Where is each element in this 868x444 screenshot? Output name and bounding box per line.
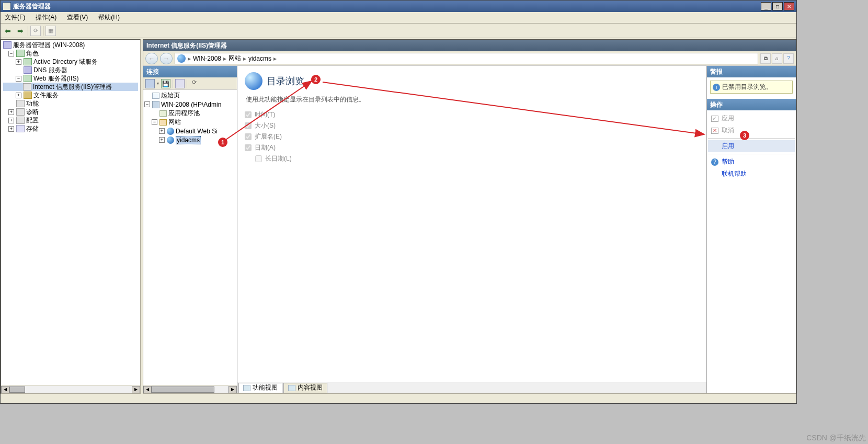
toolbar-refresh-button[interactable]: ⟳ [30, 26, 41, 36]
tree-storage[interactable]: +存储 [3, 124, 138, 133]
iis-title: Internet 信息服务(IIS)管理器 [143, 40, 796, 51]
checkbox-time[interactable] [245, 111, 252, 118]
footer-tabs: 功能视图 内容视图 [237, 382, 706, 393]
tree-diag[interactable]: +诊断 [3, 108, 138, 116]
maximize-button[interactable]: □ [772, 2, 783, 10]
iis-nav-forward[interactable]: → [160, 53, 173, 64]
menu-view[interactable]: 查看(V) [65, 12, 90, 23]
conn-app-pool[interactable]: 应用程序池 [144, 109, 236, 118]
minimize-button[interactable]: _ [761, 2, 771, 10]
action-online-help[interactable]: 联机帮助 [708, 168, 795, 180]
iis-nav-home[interactable]: ⌂ [772, 53, 782, 64]
checkbox-date[interactable] [245, 144, 252, 151]
nav-back-button[interactable]: ⬅ [3, 26, 13, 36]
option-time[interactable]: 时间(T) [245, 110, 699, 119]
annotation-badge-3: 3 [740, 131, 749, 140]
actions-header: 操作 [707, 99, 796, 110]
tree-config[interactable]: +配置 [3, 116, 138, 124]
cancel-icon: ✕ [711, 128, 718, 134]
tree-features[interactable]: 功能 [3, 99, 138, 108]
main-row: 服务器管理器 (WIN-2008) −角色 +Active Directory … [1, 39, 796, 394]
apppool-icon [159, 110, 167, 117]
tree-web-iis[interactable]: −Web 服务器(IIS) [3, 74, 138, 83]
globe-icon [177, 54, 186, 63]
tab-content-view[interactable]: 内容视图 [283, 383, 327, 393]
option-date[interactable]: 日期(A) [245, 143, 699, 152]
iis-nav-toggle[interactable]: ⧉ [760, 53, 771, 64]
server-icon [152, 101, 159, 108]
option-longdate[interactable]: 长日期(L) [255, 154, 699, 163]
option-size[interactable]: 大小(S) [245, 121, 699, 130]
conn-sites[interactable]: −网站 [144, 118, 236, 127]
iis-body: 连接 ▾ 💾 ⟳ 起始页 −WIN-2008 (HP\Admin 应用程序池 [143, 66, 796, 393]
toolbar-separator [43, 26, 43, 36]
scroll-right-button[interactable]: ▶ [229, 386, 237, 393]
feature-title: 目录浏览 [267, 75, 304, 87]
iis-panel: Internet 信息服务(IIS)管理器 ← → ▸ WIN-2008 ▸ 网… [143, 39, 796, 394]
scroll-left-button[interactable]: ◀ [1, 386, 9, 393]
annotation-badge-2: 2 [311, 75, 321, 84]
tree-iis-manager[interactable]: Internet 信息服务(IIS)管理器 [3, 83, 138, 91]
annotation-badge-1: 1 [218, 138, 227, 147]
crumb-sites[interactable]: 网站 [229, 54, 241, 63]
conn-connect-icon[interactable] [145, 79, 155, 88]
menu-help[interactable]: 帮助(H) [96, 12, 122, 23]
globe-icon [167, 128, 174, 135]
toolbar-properties-button[interactable]: ▦ [45, 26, 56, 36]
menu-action[interactable]: 操作(A) [33, 12, 59, 23]
actions-pane: 警报 i 已禁用目录浏览。 操作 应用 ✕取消 启用 [707, 66, 796, 393]
checkbox-ext[interactable] [245, 133, 252, 140]
action-help[interactable]: ?帮助 [708, 156, 795, 168]
scroll-right-button[interactable]: ▶ [132, 386, 140, 393]
tab-icon [288, 385, 295, 391]
tab-features-view[interactable]: 功能视图 [238, 383, 282, 393]
crumb-server[interactable]: WIN-2008 [193, 55, 221, 62]
conn-default-site[interactable]: +Default Web Si [144, 127, 236, 135]
feature-icon [245, 72, 262, 90]
conn-grid-icon[interactable] [175, 79, 185, 88]
conn-stop-icon[interactable]: ⟳ [189, 79, 199, 88]
checkbox-size[interactable] [245, 122, 252, 129]
home-icon [152, 93, 159, 99]
action-enable[interactable]: 启用 [708, 140, 795, 152]
scroll-left-button[interactable]: ◀ [143, 386, 152, 393]
feature-pane: 目录浏览 使用此功能指定显示在目录列表中的信息。 时间(T) 大小(S) 扩展名… [237, 66, 707, 393]
iis-nav: ← → ▸ WIN-2008 ▸ 网站 ▸ yidacms ▸ ⧉ ⌂ ? [143, 51, 796, 66]
close-button[interactable]: ✕ [784, 2, 794, 10]
conn-start-page[interactable]: 起始页 [144, 91, 236, 100]
conn-hscroll[interactable]: ◀ ▶ [143, 385, 237, 393]
globe-icon [167, 136, 174, 144]
menu-file[interactable]: 文件(F) [3, 12, 27, 23]
connections-header: 连接 [143, 66, 237, 77]
left-tree[interactable]: 服务器管理器 (WIN-2008) −角色 +Active Directory … [1, 40, 140, 385]
iis-nav-back[interactable]: ← [145, 53, 158, 64]
crumb-site[interactable]: yidacms [248, 55, 271, 62]
feature-body: 目录浏览 使用此功能指定显示在目录列表中的信息。 时间(T) 大小(S) 扩展名… [237, 66, 706, 382]
server-manager-window: 服务器管理器 _ □ ✕ 文件(F) 操作(A) 查看(V) 帮助(H) ⬅ ➡… [0, 0, 797, 404]
toolbar: ⬅ ➡ ⟳ ▦ [1, 24, 796, 38]
apply-icon [711, 116, 718, 122]
iis-breadcrumb[interactable]: ▸ WIN-2008 ▸ 网站 ▸ yidacms ▸ [175, 53, 758, 64]
checkbox-longdate[interactable] [255, 155, 262, 162]
toolbar-separator [28, 26, 28, 36]
watermark: CSDN @千纸洸先 [806, 434, 866, 443]
conn-server-node[interactable]: −WIN-2008 (HP\Admin [144, 100, 236, 109]
folder-icon [159, 119, 167, 126]
tree-ad[interactable]: +Active Directory 域服务 [3, 58, 138, 66]
nav-forward-button[interactable]: ➡ [15, 26, 26, 36]
conn-save-icon[interactable]: 💾 [161, 79, 170, 88]
tree-dns[interactable]: DNS 服务器 [3, 66, 138, 74]
alert-text: 已禁用目录浏览。 [722, 83, 772, 92]
left-tree-pane: 服务器管理器 (WIN-2008) −角色 +Active Directory … [1, 39, 141, 394]
connections-pane: 连接 ▾ 💾 ⟳ 起始页 −WIN-2008 (HP\Admin 应用程序池 [143, 66, 237, 393]
feature-description: 使用此功能指定显示在目录列表中的信息。 [246, 95, 699, 104]
tree-roles[interactable]: −角色 [3, 49, 138, 58]
connections-tree[interactable]: 起始页 −WIN-2008 (HP\Admin 应用程序池 −网站 +Defau… [143, 90, 237, 385]
tree-root[interactable]: 服务器管理器 (WIN-2008) [3, 41, 138, 49]
left-hscroll[interactable]: ◀ ▶ [1, 385, 140, 393]
alerts-header: 警报 [707, 66, 796, 77]
tab-icon [243, 385, 250, 391]
tree-file-svc[interactable]: +文件服务 [3, 91, 138, 99]
option-ext[interactable]: 扩展名(E) [245, 132, 699, 141]
iis-nav-help[interactable]: ? [783, 53, 794, 64]
